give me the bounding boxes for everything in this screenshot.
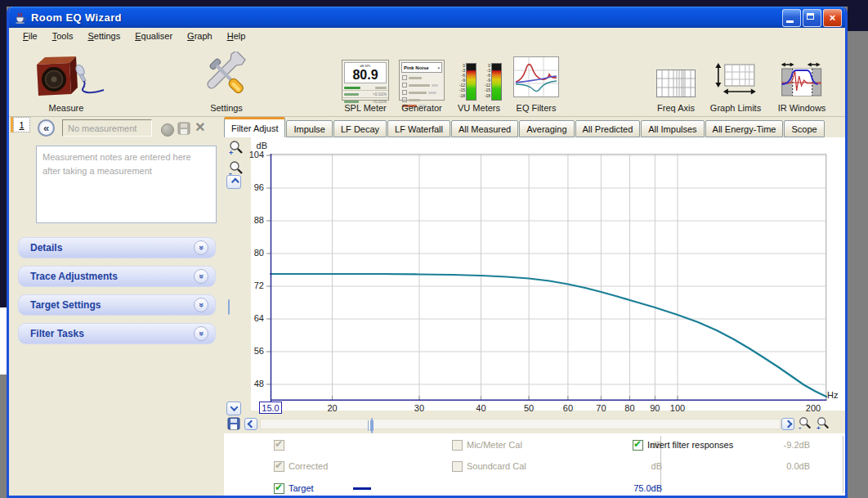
desktop-strip-left (0, 0, 7, 307)
menu-item-equaliser[interactable]: Equaliser (128, 29, 180, 43)
zoom-in-y-button[interactable]: + (228, 140, 244, 159)
toolbar-label-eq-filters: EQ Filters (517, 103, 557, 113)
tab-impulse[interactable]: Impulse (286, 120, 333, 137)
window-title: Room EQ Wizard (31, 11, 122, 24)
scroll-left-button[interactable] (244, 418, 257, 430)
spl-meter-reading: 80.9 (345, 68, 386, 82)
section-target-settings[interactable]: Target Settings » (18, 294, 216, 316)
tab-all-energy-time[interactable]: All Energy-Time (705, 120, 784, 137)
vu-scale-right: 0 -3 -6 -9 -12 -15 -18 (481, 63, 490, 101)
spl-meter-icon: dB SPL 80.9 <0.01% <0.01% (342, 60, 389, 101)
chevron-down-icon: » (194, 240, 208, 255)
desktop: Room EQ Wizard × File Tools Settings Equ… (0, 0, 868, 498)
h-scrollbar-thumb[interactable] (371, 418, 373, 433)
tab-all-impulses[interactable]: All Impulses (641, 120, 704, 137)
v-scrollbar-thumb[interactable] (228, 299, 230, 315)
measurement-indicator (161, 123, 174, 137)
close-button[interactable]: × (823, 9, 842, 27)
scroll-down-button[interactable] (226, 402, 241, 415)
section-details[interactable]: Details » (18, 237, 216, 258)
measurement-name-field[interactable] (62, 119, 152, 137)
menu-item-help[interactable]: Help (220, 29, 253, 43)
invert-filter-responses-checkbox[interactable]: ✔ (633, 440, 643, 451)
soundcard-cal-value: 0.0dB (771, 461, 810, 471)
graph-tab-bar: Filter Adjust Impulse LF Decay LF Waterf… (224, 117, 845, 137)
toolbar-label-vu-meters: VU Meters (458, 103, 500, 113)
maximize-icon (807, 13, 814, 20)
toolbar-button-freq-axis[interactable]: Freq Axis (656, 46, 696, 113)
toolbar-button-ir-windows[interactable]: IR Windows (778, 46, 826, 113)
app-icon (14, 11, 27, 24)
soundcard-cal-checkbox[interactable] (452, 461, 463, 472)
chart-page: + - 104968880726456482030405060708090100… (224, 137, 845, 496)
tab-lf-decay[interactable]: LF Decay (333, 120, 387, 137)
menu-item-settings[interactable]: Settings (80, 29, 128, 43)
collapse-panel-button[interactable]: « (38, 119, 55, 137)
tab-averaging[interactable]: Averaging (519, 120, 574, 137)
invert-filter-responses-label: Invert filter responses (647, 440, 733, 450)
chevron-down-icon: » (194, 269, 208, 284)
toolbar-button-spl-meter[interactable]: dB SPL 80.9 <0.01% <0.01% SPL Meter (342, 46, 389, 113)
tab-all-predicted[interactable]: All Predicted (575, 120, 641, 137)
toolbar-label-ir-windows: IR Windows (778, 103, 826, 113)
toolbar-button-vu-meters[interactable]: 0 -3 -6 -9 -12 -15 -18 0 -3 -6 -9 -12 -1… (456, 46, 502, 113)
corrected-label: Corrected (289, 461, 328, 471)
save-graph-button[interactable] (227, 417, 240, 433)
tab-all-measured[interactable]: All Measured (451, 120, 518, 137)
toolbar-button-settings[interactable]: Settings (203, 46, 250, 113)
desktop-strip-top (0, 0, 868, 7)
mic-meter-cal-checkbox[interactable] (452, 440, 463, 451)
measurement-notes-input[interactable] (36, 146, 217, 223)
measurement-tab-1[interactable]: 1 (13, 117, 30, 132)
section-trace-adjustments[interactable]: Trace Adjustments » (18, 266, 216, 287)
toolbar-label-spl-meter: SPL Meter (344, 103, 387, 113)
x-min-input[interactable]: 15.0 (259, 402, 282, 414)
title-bar[interactable]: Room EQ Wizard × (9, 7, 845, 28)
tab-filter-adjust[interactable]: Filter Adjust (224, 117, 285, 137)
zoom-in-x-button[interactable]: + (815, 416, 831, 434)
section-filter-tasks-label: Filter Tasks (30, 328, 194, 339)
chevron-down-icon: » (194, 298, 208, 312)
tab-scope[interactable]: Scope (784, 120, 824, 137)
h-scrollbar[interactable] (260, 419, 781, 429)
menu-item-tools[interactable]: Tools (45, 29, 81, 43)
generator-selection: Pink Noise (404, 65, 429, 70)
toolbar-button-measure[interactable]: Measure (25, 46, 107, 113)
toolbar-label-generator: Generator (401, 103, 442, 113)
menu-item-file[interactable]: File (16, 29, 45, 43)
section-details-label: Details (30, 242, 194, 253)
menu-item-graph[interactable]: Graph (180, 29, 220, 43)
toolbar: Measure Settings dB SPL (9, 44, 845, 117)
vu-meters-icon: 0 -3 -6 -9 -12 -15 -18 0 -3 -6 -9 -12 -1… (456, 63, 502, 101)
ir-windows-icon (781, 61, 823, 101)
section-trace-adjustments-label: Trace Adjustments (30, 271, 194, 282)
section-filter-tasks[interactable]: Filter Tasks » (18, 323, 216, 344)
y-axis-unit: dB (249, 141, 267, 150)
mic-meter-cal-label: Mic/Meter Cal (467, 440, 522, 450)
toolbar-label-freq-axis: Freq Axis (657, 103, 695, 113)
desktop-strip-topright (848, 0, 868, 31)
scroll-up-button[interactable] (226, 175, 241, 189)
target-label: Target (289, 483, 314, 493)
target-checkbox[interactable]: ✔ (274, 483, 284, 494)
corrected-checkbox[interactable]: ✔ (274, 461, 284, 472)
toolbar-button-generator[interactable]: Pink Noise ▾ Generator (399, 46, 445, 113)
zoom-out-x-button[interactable]: - (797, 416, 813, 434)
minimize-button[interactable] (782, 9, 801, 27)
plot-area[interactable] (271, 154, 826, 401)
toolbar-button-graph-limits[interactable]: Graph Limits (710, 46, 761, 113)
tab-lf-waterfall[interactable]: LF Waterfall (387, 120, 450, 137)
freq-axis-icon (656, 70, 696, 101)
spl-meter-row1: <0.01% (373, 92, 387, 96)
scroll-right-button[interactable] (781, 418, 794, 430)
svg-text:+: + (817, 424, 821, 431)
maximize-button[interactable] (803, 9, 821, 27)
delete-measurement-button[interactable]: × (195, 118, 205, 137)
measure-icon (25, 53, 107, 101)
minimize-icon (786, 20, 794, 23)
toolbar-button-eq-filters[interactable]: EQ Filters (513, 46, 559, 113)
svg-text:-: - (799, 423, 801, 431)
toolbar-label-settings: Settings (210, 103, 243, 113)
save-measurement-button[interactable] (177, 122, 190, 138)
trace-checkbox[interactable]: ✔ (274, 440, 284, 451)
